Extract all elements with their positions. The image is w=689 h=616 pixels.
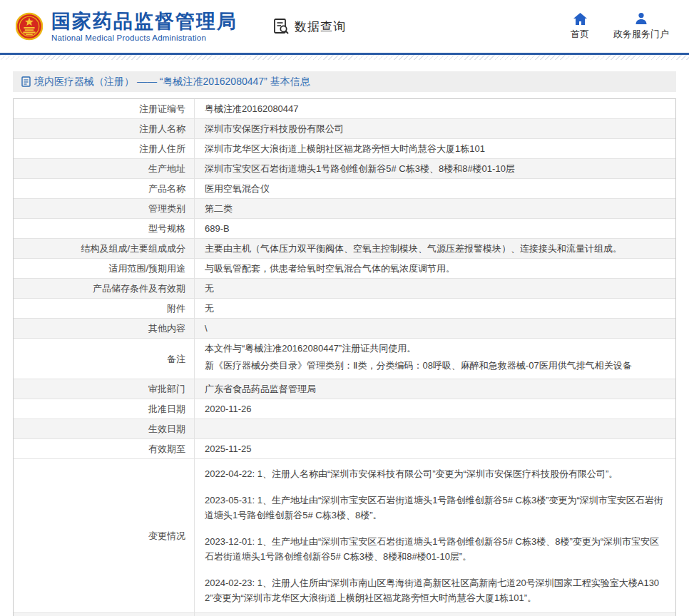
value-paragraph: 2022-04-22: 1、注册人名称由“深圳市安保科技有限公司”变更为“深圳市…	[205, 466, 667, 481]
value-paragraph: 2024-02-23: 1、注册人住所由“深圳市南山区粤海街道高新区社区高新南七…	[205, 575, 667, 605]
nav-portal-label: 政务服务门户	[613, 28, 669, 41]
row-label: 生产地址	[14, 159, 195, 178]
row-label-text: 变更情况	[148, 530, 185, 542]
row-value: 2022-04-22: 1、注册人名称由“深圳市安保科技有限公司”变更为“深圳市…	[195, 459, 675, 612]
table-row: 产品名称医用空氧混合仪	[14, 179, 675, 199]
row-value: 无	[195, 299, 675, 318]
table-row: 结构及组成/主要组成成分主要由主机（气体压力双平衡阀体、空氧主控制模块、气源压差…	[14, 239, 675, 259]
row-value-text: 粤械注准20162080447	[205, 102, 667, 115]
row-label-text: 审批部门	[148, 383, 185, 395]
row-value-text: 医用空氧混合仪	[205, 182, 667, 195]
agency-name-en: National Medical Products Administration	[51, 34, 238, 42]
row-value: 医用空氧混合仪	[195, 179, 675, 198]
row-value-text: 2020-11-26	[205, 402, 667, 416]
row-label: 适用范围/预期用途	[14, 259, 195, 278]
table-row: 备注本文件与“粤械注准20162080447”注册证共同使用。新《医疗器械分类目…	[14, 339, 675, 379]
row-value-text: 深圳市安保医疗科技股份有限公司	[205, 122, 667, 135]
row-label: 附件	[14, 299, 195, 318]
row-value: 2025-11-25	[195, 439, 675, 458]
table-row: 生产地址深圳市宝安区石岩街道塘头1号路创维创新谷5# C栋3楼、8楼和8#楼01…	[14, 159, 675, 179]
row-value-text: 无	[205, 302, 667, 315]
row-value	[195, 419, 675, 438]
page-title-bar: 境内医疗器械（注册） —— “粤械注准20162080447” 基本信息	[13, 71, 676, 92]
value-paragraph: 本文件与“粤械注准20162080447”注册证共同使用。	[205, 342, 667, 356]
row-label-text: 注册人名称	[139, 123, 185, 135]
row-label-text: 型号规格	[148, 222, 185, 235]
row-label-text: 生产地址	[148, 163, 185, 175]
row-label: 注册人名称	[14, 119, 195, 138]
row-label-text: 结构及组成/主要组成成分	[81, 242, 185, 255]
row-label: 结构及组成/主要组成成分	[14, 239, 195, 258]
user-icon	[635, 12, 648, 25]
value-paragraph: 2023-12-01: 1、生产地址由“深圳市宝安区石岩街道塘头1号路创维创新谷…	[205, 534, 667, 564]
row-value-text: 与吸氧管配套，供患者给氧时空氧混合气体的氧浓度调节用。	[205, 262, 667, 275]
row-value-text: 主要由主机（气体压力双平衡阀体、空氧主控制模块、气源压差报警模块）、连接接头和流…	[205, 242, 667, 255]
table-row: 适用范围/预期用途与吸氧管配套，供患者给氧时空氧混合气体的氧浓度调节用。	[14, 259, 675, 279]
agency-name-cn: 国家药品监督管理局	[51, 11, 238, 32]
row-label: 备注	[14, 339, 195, 379]
row-value-text: 689-B	[205, 222, 667, 235]
national-emblem-logo	[16, 11, 43, 42]
row-label: 型号规格	[14, 219, 195, 238]
row-value-text: 无	[205, 282, 667, 295]
table-row: 生效日期	[14, 419, 675, 439]
table-row: 其他内容\	[14, 319, 675, 339]
table-row: 有效期至2025-11-25	[14, 439, 675, 459]
row-value: 广东省食品药品监督管理局	[195, 379, 675, 399]
row-value: 深圳市安保医疗科技股份有限公司	[195, 119, 675, 138]
row-label: 注册人住所	[14, 139, 195, 158]
main-content: 境内医疗器械（注册） —— “粤械注准20162080447” 基本信息 注册证…	[13, 71, 676, 616]
table-row: 产品储存条件及有效期无	[14, 279, 675, 299]
value-paragraph: 2023-05-31: 1、生产地址由“深圳市宝安区石岩街道塘头1号路创维创新谷…	[205, 493, 667, 523]
row-label: 产品名称	[14, 179, 195, 198]
row-label: 批准日期	[14, 399, 195, 419]
row-value: 第二类	[195, 199, 675, 218]
row-value: 689-B	[195, 219, 675, 238]
row-value-text: 深圳市龙华区大浪街道上横朗社区福龙路旁恒大时尚慧谷大厦1栋101	[205, 142, 667, 155]
row-value: \	[195, 319, 675, 338]
value-paragraph: 新《医疗器械分类目录》管理类别：Ⅱ类，分类编码：08呼吸、麻醉和急救器械-07医…	[205, 359, 667, 373]
table-row: 批准日期2020-11-26	[14, 399, 675, 419]
brand-block: 国家药品监督管理局 National Medical Products Admi…	[51, 11, 238, 42]
table-row: 管理类别第二类	[14, 199, 675, 219]
row-label-text: 产品名称	[148, 183, 185, 195]
page-title: 境内医疗器械（注册） —— “粤械注准20162080447” 基本信息	[34, 76, 310, 88]
row-value: 深圳市龙华区大浪街道上横朗社区福龙路旁恒大时尚慧谷大厦1栋101	[195, 139, 675, 158]
row-label: 注册证编号	[14, 99, 195, 118]
row-label-text: 生效日期	[148, 423, 185, 435]
data-query-icon	[272, 17, 290, 36]
nav-item-portal[interactable]: 政务服务门户	[613, 12, 669, 41]
row-value: 与吸氧管配套，供患者给氧时空氧混合气体的氧浓度调节用。	[195, 259, 675, 278]
row-label: 管理类别	[14, 199, 195, 218]
row-label: 审批部门	[14, 379, 195, 399]
data-query-section[interactable]: 数据查询	[272, 17, 346, 36]
table-row: 注册人住所深圳市龙华区大浪街道上横朗社区福龙路旁恒大时尚慧谷大厦1栋101	[14, 139, 675, 159]
row-label: 产品储存条件及有效期	[14, 279, 195, 298]
row-value-text: 第二类	[205, 202, 667, 215]
table-row: 注册证编号粤械注准20162080447	[14, 99, 675, 119]
document-icon	[21, 76, 31, 87]
table-row: 变更情况2022-04-22: 1、注册人名称由“深圳市安保科技有限公司”变更为…	[14, 459, 675, 613]
row-label-text: 附件	[167, 302, 185, 314]
table-row: 审批部门广东省食品药品监督管理局	[14, 379, 675, 399]
site-header: 国家药品监督管理局 National Medical Products Admi…	[0, 0, 689, 53]
row-label: 注	[14, 613, 195, 616]
row-value: 粤械注准20162080447	[195, 99, 675, 118]
row-label: 变更情况	[14, 459, 195, 612]
data-query-label: 数据查询	[295, 19, 346, 35]
row-value: 详情	[195, 613, 675, 616]
row-value-text: 2025-11-25	[205, 442, 667, 456]
header-nav: 首页 政务服务门户	[571, 12, 669, 41]
row-value-text: 深圳市宝安区石岩街道塘头1号路创维创新谷5# C栋3楼、8楼和8#楼01-10层	[205, 162, 667, 175]
nav-item-home[interactable]: 首页	[571, 13, 589, 41]
row-label-text: 备注	[167, 353, 185, 365]
table-row: 型号规格689-B	[14, 219, 675, 239]
row-label: 生效日期	[14, 419, 195, 438]
info-table: 注册证编号粤械注准20162080447注册人名称深圳市安保医疗科技股份有限公司…	[13, 98, 676, 616]
row-label-text: 其他内容	[148, 322, 185, 334]
table-row: 注详情	[14, 613, 675, 616]
row-value-text: \	[205, 322, 667, 335]
row-label-text: 管理类别	[148, 202, 185, 215]
nav-home-label: 首页	[571, 28, 589, 41]
row-value: 本文件与“粤械注准20162080447”注册证共同使用。新《医疗器械分类目录》…	[195, 339, 675, 379]
